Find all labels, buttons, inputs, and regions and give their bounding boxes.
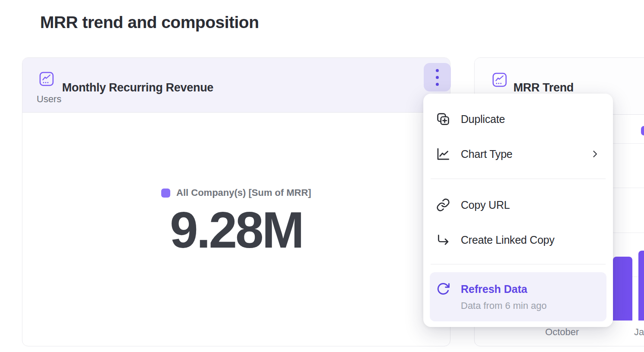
kebab-dot [436, 76, 439, 79]
mrr-card-header: Monthly Recurring Revenue Users [22, 58, 450, 113]
chart-widget-icon [492, 72, 507, 88]
chart-type-icon [436, 147, 450, 161]
trend-card-title: MRR Trend [513, 81, 574, 94]
x-axis-label-october: October [545, 327, 579, 338]
trend-legend-swatch [641, 126, 644, 135]
mrr-big-number-block: All Company(s) [Sum of MRR] 9.28M [22, 187, 450, 257]
menu-item-label: Copy URL [461, 199, 510, 211]
bar-october[interactable] [613, 257, 632, 321]
kebab-dot [436, 69, 439, 72]
menu-divider [431, 179, 606, 179]
page-title: MRR trend and composition [40, 13, 259, 32]
mrr-legend: All Company(s) [Sum of MRR] [161, 187, 311, 198]
legend-label: All Company(s) [Sum of MRR] [176, 187, 311, 198]
mrr-value: 9.28M [22, 204, 450, 257]
menu-item-duplicate[interactable]: Duplicate [430, 109, 606, 129]
link-icon [436, 198, 450, 212]
menu-item-chart-type[interactable]: Chart Type [430, 144, 606, 164]
chart-widget-icon [39, 71, 54, 87]
card-options-button[interactable] [424, 63, 451, 91]
menu-item-copy-url[interactable]: Copy URL [430, 195, 606, 215]
kebab-dot [436, 83, 439, 86]
card-options-menu: Duplicate Chart Type [423, 94, 613, 327]
duplicate-icon [436, 112, 450, 126]
bar-january[interactable] [638, 251, 644, 321]
menu-item-create-linked-copy[interactable]: Create Linked Copy [430, 230, 606, 250]
mrr-card-subtitle: Users [37, 94, 61, 105]
x-axis-label-january: Ja [634, 327, 644, 338]
menu-item-refresh-data[interactable]: Refresh Data Data from 6 min ago [430, 272, 606, 321]
chevron-right-icon [589, 148, 600, 160]
mrr-card-title: Monthly Recurring Revenue [62, 81, 213, 94]
menu-item-label: Chart Type [461, 148, 513, 160]
mrr-card: Monthly Recurring Revenue Users All Comp… [22, 57, 450, 346]
refresh-icon [436, 282, 450, 296]
menu-item-label: Refresh Data [461, 283, 527, 295]
linked-copy-icon [436, 233, 450, 247]
legend-swatch [161, 189, 170, 198]
menu-item-label: Create Linked Copy [461, 234, 554, 246]
menu-divider [431, 264, 606, 264]
refresh-data-age: Data from 6 min ago [461, 300, 600, 311]
dashboard-canvas: MRR trend and composition Monthly Recurr… [0, 0, 644, 352]
menu-item-label: Duplicate [461, 113, 505, 126]
